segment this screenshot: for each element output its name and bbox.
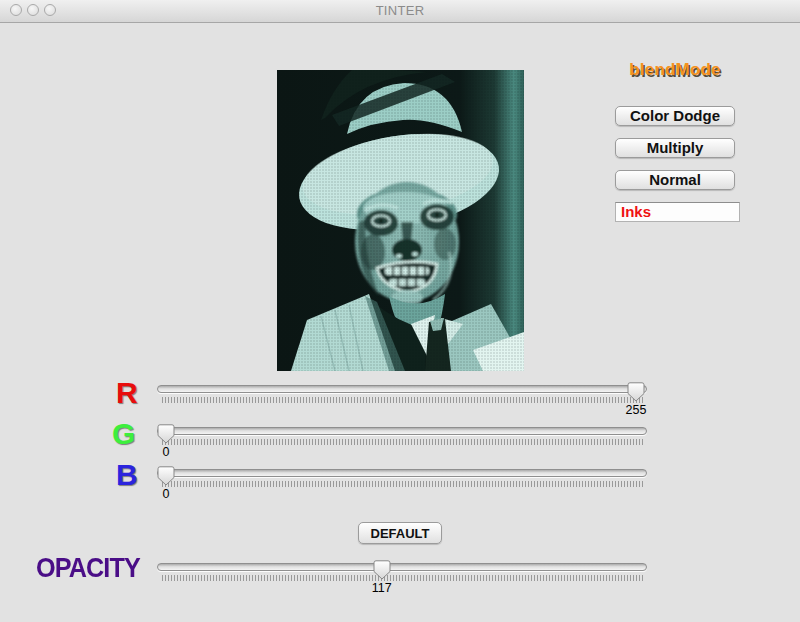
red-slider-ticks (162, 397, 644, 403)
red-slider-track[interactable] (157, 385, 647, 393)
blue-slider-thumb[interactable] (157, 466, 175, 486)
inks-field[interactable]: Inks (615, 202, 740, 222)
opacity-label: OPACITY (36, 553, 140, 583)
green-slider-thumb[interactable] (157, 424, 175, 444)
green-channel-label: G (112, 419, 135, 449)
title-bar[interactable]: TINTER (0, 0, 800, 23)
blue-value-label: 0 (146, 487, 186, 501)
opacity-slider-track[interactable] (157, 563, 647, 571)
green-slider-ticks (162, 439, 644, 445)
inks-field-text: Inks (621, 203, 651, 220)
window-title: TINTER (0, 0, 800, 22)
blendmode-title: blendMode (615, 60, 735, 80)
multiply-button[interactable]: Multiply (615, 138, 735, 158)
green-slider-track[interactable] (157, 427, 647, 435)
green-value-label: 0 (146, 445, 186, 459)
color-dodge-button[interactable]: Color Dodge (615, 106, 735, 126)
red-value-label: 255 (616, 403, 656, 417)
opacity-value-label: 117 (362, 581, 402, 595)
red-channel-label: R (116, 378, 138, 408)
blue-channel-label: B (116, 460, 138, 490)
opacity-slider-thumb[interactable] (373, 560, 391, 580)
opacity-slider-ticks (162, 575, 644, 581)
blue-slider-track[interactable] (157, 469, 647, 477)
normal-button[interactable]: Normal (615, 170, 735, 190)
default-button[interactable]: DEFAULT (358, 522, 442, 544)
red-slider-thumb[interactable] (627, 382, 645, 402)
blue-slider-ticks (162, 481, 644, 487)
tinted-portrait-image (277, 70, 524, 371)
tinter-window: TINTER (0, 0, 800, 622)
